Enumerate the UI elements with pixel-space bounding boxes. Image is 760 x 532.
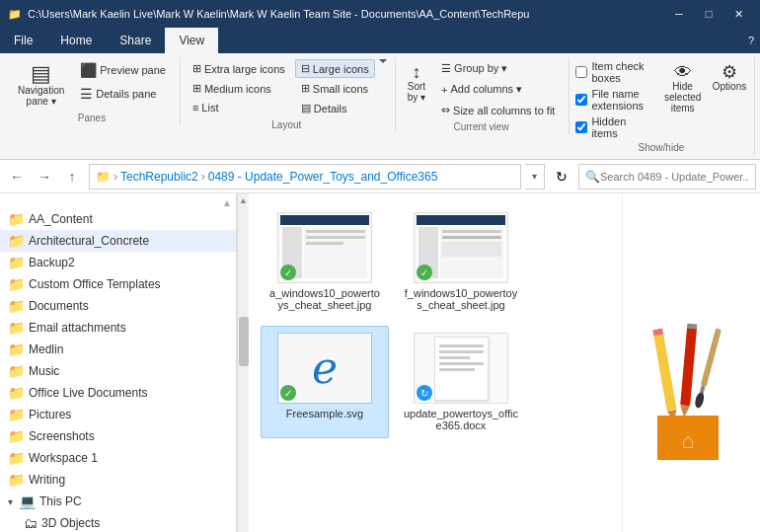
details-pane-button[interactable]: ☰ Details pane [74,83,172,105]
file-name-extensions-label[interactable]: File name extensions [575,87,652,113]
sidebar-label-pictures: Pictures [29,408,71,421]
sidebar-item-3d-objects[interactable]: 🗂 3D Objects [0,512,236,532]
breadcrumb-level2[interactable]: 0489 - Update_Power_Toys_and_Office365 [208,170,438,184]
thumb-main-1 [440,227,503,278]
medium-icons-button[interactable]: ⊞ Medium icons [187,79,291,98]
file-name-extensions-checkbox[interactable] [575,94,587,106]
title-bar-left: 📁 C:\Users\Mark Kaelin Live\Mark W Kaeli… [8,8,529,21]
search-input[interactable] [600,171,749,183]
sidebar-item-aa-content[interactable]: 📁 AA_Content [0,208,236,230]
sidebar-label-custom-templates: Custom Office Templates [29,277,161,291]
file-item-3[interactable]: ↻ update_powertoys_office365.docx [397,326,525,438]
sidebar-item-screenshots[interactable]: 📁 Screenshots [0,425,236,447]
sidebar-item-music[interactable]: 📁 Music [0,360,236,382]
address-dropdown[interactable]: ▾ [525,164,545,190]
file-item-2[interactable]: ℯ ✓ Freesample.svg [261,326,389,438]
group-by-button[interactable]: ☰ Group by ▾ [435,59,561,78]
breadcrumb-level1[interactable]: TechRepublic2 [120,170,198,184]
folder-icon-music: 📁 [8,363,25,379]
this-pc-icon: 💻 [19,494,36,509]
folder-icon-documents: 📁 [8,298,25,314]
folder-icon-workspace1: 📁 [8,450,25,466]
sidebar-item-email[interactable]: 📁 Email attachments [0,317,236,339]
show-hide-content: Item check boxes File name extensions Hi… [575,59,746,140]
sidebar-item-backup2[interactable]: 📁 Backup2 [0,252,236,273]
thumb-topbar-1 [417,215,505,225]
list-button[interactable]: ≡ List [187,99,291,116]
size-columns-button[interactable]: ⇔ Size all columns to fit [435,101,561,119]
svg-rect-6 [700,328,721,387]
sidebar-item-custom-templates[interactable]: 📁 Custom Office Templates [0,273,236,295]
sidebar-item-medlin[interactable]: 📁 Medlin [0,339,236,360]
layout-dropdown[interactable] [379,59,387,67]
details-button[interactable]: ▤ Details [295,99,375,117]
folder-icon-office-live: 📁 [8,385,25,401]
list-icon: ≡ [192,102,198,114]
maximize-button[interactable]: □ [695,4,722,24]
thumb-topbar-0 [280,215,369,225]
up-button[interactable]: ↑ [59,164,85,190]
ribbon-group-panes: ▤ Navigationpane ▾ ⬛ Preview pane ☰ Deta… [8,57,181,125]
tab-share[interactable]: Share [106,28,165,53]
file-name-0: a_windows10_powertoys_cheat_sheet.jpg [267,287,382,311]
sidebar-item-documents[interactable]: 📁 Documents [0,295,236,317]
sidebar-item-workspace1[interactable]: 📁 Workspace 1 [0,447,236,469]
sidebar-scroll-up[interactable]: ▲ [222,197,232,208]
preview-pane-button[interactable]: ⬛ Preview pane [74,59,172,81]
item-check-boxes-label[interactable]: Item check boxes [575,59,652,85]
nav-bar: ← → ↑ 📁 › TechRepublic2 › 0489 - Update_… [0,160,760,193]
tab-home[interactable]: Home [46,28,106,53]
search-icon: 🔍 [585,170,600,184]
window-icon: 📁 [8,8,22,21]
nav-arrows: ← → ↑ [4,164,85,190]
tab-file[interactable]: File [0,28,46,53]
layout-right: ⊟ Large icons ⊞ Small icons ▤ Details [295,59,375,117]
back-button[interactable]: ← [4,164,30,190]
sidebar-scroll-up-btn[interactable]: ▲ [238,193,249,207]
add-columns-button[interactable]: + Add columns ▾ [435,80,561,99]
ribbon-tab-end: ? [218,28,760,53]
sidebar-label-workspace1: Workspace 1 [29,451,98,465]
checkboxes: Item check boxes File name extensions Hi… [575,59,652,140]
forward-button[interactable]: → [32,164,57,190]
minimize-button[interactable]: ─ [665,4,693,24]
sidebar-label-backup2: Backup2 [29,256,75,269]
size-col-icon: ⇔ [441,104,450,116]
navigation-pane-button[interactable]: ▤ Navigationpane ▾ [12,59,70,111]
file-item-1[interactable]: ✓ f_windows10_powertoys_cheat_sheet.jpg [397,205,525,318]
thumb-line [306,242,343,245]
hide-selected-button[interactable]: 👁 Hide selecteditems [657,59,709,117]
ie-icon: ℯ [312,346,338,390]
show-hide-label: Show/hide [575,142,746,153]
sidebar-section-this-pc[interactable]: ▾ 💻 This PC [0,491,236,512]
hidden-items-label[interactable]: Hidden items [575,114,652,140]
check-badge-1: ✓ [417,265,432,280]
thumb-line [306,230,365,233]
item-check-boxes-checkbox[interactable] [575,66,587,78]
sort-button[interactable]: ↕ Sortby ▾ [402,59,431,107]
check-badge-2: ✓ [280,385,296,401]
sidebar-item-pictures[interactable]: 📁 Pictures [0,404,236,425]
extra-large-icons-button[interactable]: ⊞ Extra large icons [187,59,291,78]
search-box: 🔍 [578,164,756,190]
svg-rect-5 [686,323,696,329]
hidden-items-checkbox[interactable] [575,121,587,133]
refresh-button[interactable]: ↻ [549,164,574,190]
file-item-0[interactable]: ✓ a_windows10_powertoys_cheat_sheet.jpg [261,205,389,318]
file-thumbnail-3: ↻ [414,333,508,404]
options-button[interactable]: ⚙ Options [712,59,746,96]
window-title: C:\Users\Mark Kaelin Live\Mark W Kaelin\… [28,8,529,20]
large-icons-button[interactable]: ⊟ Large icons [295,59,375,78]
sidebar-scroll-thumb[interactable] [239,317,249,366]
small-icon: ⊞ [301,82,310,95]
sidebar-item-writing[interactable]: 📁 Writing [0,469,236,491]
close-button[interactable]: ✕ [724,4,752,24]
breadcrumb[interactable]: 📁 › TechRepublic2 › 0489 - Update_Power_… [89,164,521,190]
tab-view[interactable]: View [165,28,218,53]
sync-badge-3: ↻ [417,385,432,401]
small-icons-button[interactable]: ⊞ Small icons [295,79,375,98]
breadcrumb-arrow: › [201,170,205,184]
sidebar-item-architectural[interactable]: 📁 Architectural_Concrete [0,230,236,252]
ribbon-help[interactable]: ? [748,35,754,46]
sidebar-item-office-live[interactable]: 📁 Office Live Documents [0,382,236,404]
